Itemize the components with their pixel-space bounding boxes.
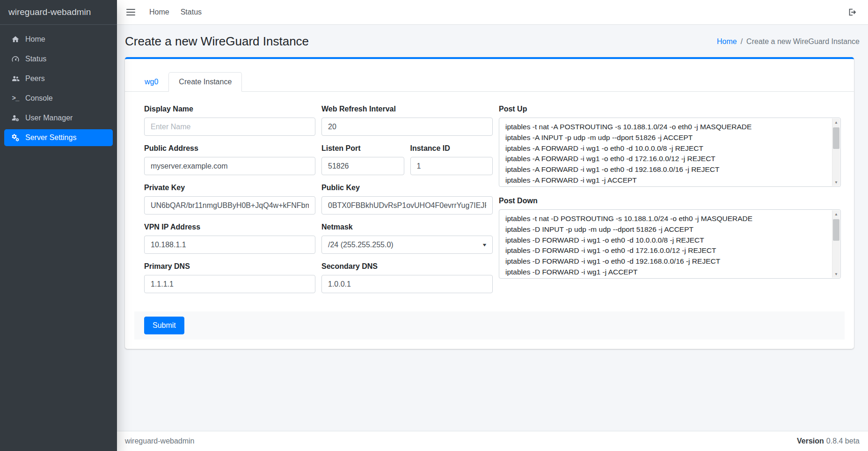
sidebar-toggle-icon[interactable] <box>126 7 135 17</box>
sidebar-item-home[interactable]: Home <box>4 31 113 48</box>
instance-id-group: Instance ID <box>410 144 493 175</box>
sidebar-item-label: Home <box>25 35 45 44</box>
terminal-icon: >_ <box>9 95 22 102</box>
sidebar: wireguard-webadmin Home Status Peers <box>0 0 117 451</box>
web-refresh-input[interactable] <box>321 118 493 136</box>
instance-id-label: Instance ID <box>410 144 493 153</box>
scroll-down-icon[interactable]: ▼ <box>832 270 840 278</box>
display-name-group: Display Name <box>144 105 315 136</box>
footer-brand: wireguard-webadmin <box>125 437 195 445</box>
top-navbar: Home Status <box>117 0 868 25</box>
sidebar-item-label: Peers <box>25 74 45 83</box>
private-key-group: Private Key <box>144 184 315 214</box>
content-header: Create a new WireGuard Instance Home / C… <box>117 25 868 56</box>
brand-link[interactable]: wireguard-webadmin <box>0 0 117 25</box>
page-footer: wireguard-webadmin Version0.8.4 beta <box>117 431 868 451</box>
sidebar-item-label: Server Settings <box>25 133 76 142</box>
footer-version-label: Version <box>797 437 824 445</box>
sidebar-item-user-manager[interactable]: User Manager <box>4 110 113 126</box>
primary-dns-group: Primary DNS <box>144 262 315 293</box>
post-up-label: Post Up <box>499 105 841 113</box>
netmask-group: Netmask /24 (255.255.255.0) ▼ <box>321 223 493 254</box>
primary-dns-label: Primary DNS <box>144 262 315 271</box>
secondary-dns-group: Secondary DNS <box>321 262 493 293</box>
sidebar-item-label: Console <box>25 94 53 103</box>
submit-button[interactable]: Submit <box>144 317 184 334</box>
sidebar-item-server-settings[interactable]: Server Settings <box>4 129 113 146</box>
listen-port-label: Listen Port <box>321 144 404 153</box>
sidebar-item-status[interactable]: Status <box>4 51 113 67</box>
scroll-up-icon[interactable]: ▲ <box>832 210 840 218</box>
footer-version: Version0.8.4 beta <box>797 437 860 445</box>
public-address-input[interactable] <box>144 157 315 175</box>
form-footer: Submit <box>134 311 845 340</box>
public-key-label: Public Key <box>321 184 493 192</box>
breadcrumb-current: Create a new WireGuard Instance <box>746 37 860 46</box>
netmask-select[interactable]: /24 (255.255.255.0) <box>321 236 493 254</box>
sidebar-item-label: Status <box>25 55 46 63</box>
secondary-dns-input[interactable] <box>321 275 493 293</box>
public-address-group: Public Address <box>144 144 315 175</box>
footer-version-value: 0.8.4 beta <box>826 437 860 445</box>
post-down-group: Post Down iptables -t nat -D POSTROUTING… <box>499 197 841 279</box>
vpn-ip-group: VPN IP Address <box>144 223 315 254</box>
display-name-input[interactable] <box>144 118 315 136</box>
gauge-icon <box>9 55 22 63</box>
post-down-textarea[interactable]: iptables -t nat -D POSTROUTING -s 10.188… <box>499 209 841 279</box>
post-up-group: Post Up iptables -t nat -A POSTROUTING -… <box>499 105 841 187</box>
sidebar-item-peers[interactable]: Peers <box>4 70 113 87</box>
page-title: Create a new WireGuard Instance <box>125 34 309 49</box>
instance-form: Display Name Web Refresh Interval Public… <box>125 92 854 349</box>
vpn-ip-label: VPN IP Address <box>144 223 315 231</box>
instance-card: wg0 Create Instance Display Name Web Ref… <box>125 57 854 349</box>
scrollbar-track[interactable] <box>832 126 840 178</box>
content-area: Create a new WireGuard Instance Home / C… <box>117 25 868 431</box>
scroll-up-icon[interactable]: ▲ <box>832 118 840 126</box>
sidebar-item-console[interactable]: >_ Console <box>4 90 113 107</box>
post-up-content: iptables -t nat -A POSTROUTING -s 10.188… <box>499 118 840 186</box>
private-key-label: Private Key <box>144 184 315 192</box>
vpn-ip-input[interactable] <box>144 236 315 254</box>
secondary-dns-label: Secondary DNS <box>321 262 493 271</box>
breadcrumb-home-link[interactable]: Home <box>717 37 737 46</box>
public-key-input[interactable] <box>321 196 493 214</box>
public-key-group: Public Key <box>321 184 493 214</box>
sidebar-item-label: User Manager <box>25 114 73 122</box>
scroll-down-icon[interactable]: ▼ <box>832 178 840 186</box>
sidebar-nav: Home Status Peers >_ Console <box>0 25 117 155</box>
topnav-link-home[interactable]: Home <box>144 8 175 16</box>
app-root: wireguard-webadmin Home Status Peers <box>0 0 868 451</box>
post-down-label: Post Down <box>499 197 841 205</box>
post-down-scrollbar[interactable]: ▲ ▼ <box>832 210 840 278</box>
home-icon <box>9 35 22 44</box>
instance-tabs: wg0 Create Instance <box>125 59 854 92</box>
display-name-label: Display Name <box>144 105 315 113</box>
breadcrumb: Home / Create a new WireGuard Instance <box>717 37 860 46</box>
instance-id-input[interactable] <box>410 157 493 175</box>
primary-dns-input[interactable] <box>144 275 315 293</box>
netmask-label: Netmask <box>321 223 493 231</box>
listen-port-group: Listen Port <box>321 144 404 175</box>
logout-icon[interactable] <box>847 7 858 17</box>
tab-wg0[interactable]: wg0 <box>134 72 168 92</box>
breadcrumb-separator: / <box>741 37 743 46</box>
scrollbar-thumb[interactable] <box>833 127 839 149</box>
tab-create-instance[interactable]: Create Instance <box>168 72 242 92</box>
users-gear-icon <box>9 114 22 122</box>
scrollbar-thumb[interactable] <box>833 219 839 241</box>
scrollbar-track[interactable] <box>832 218 840 270</box>
web-refresh-label: Web Refresh Interval <box>321 105 493 113</box>
post-up-scrollbar[interactable]: ▲ ▼ <box>832 118 840 186</box>
post-up-textarea[interactable]: iptables -t nat -A POSTROUTING -s 10.188… <box>499 118 841 187</box>
web-refresh-group: Web Refresh Interval <box>321 105 493 136</box>
topnav-link-status[interactable]: Status <box>175 8 207 16</box>
main-column: Home Status Create a new WireGuard Insta… <box>117 0 868 451</box>
users-icon <box>9 74 22 83</box>
post-down-content: iptables -t nat -D POSTROUTING -s 10.188… <box>499 210 840 278</box>
private-key-input[interactable] <box>144 196 315 214</box>
public-address-label: Public Address <box>144 144 315 153</box>
gears-icon <box>9 133 22 142</box>
listen-port-input[interactable] <box>321 157 404 175</box>
